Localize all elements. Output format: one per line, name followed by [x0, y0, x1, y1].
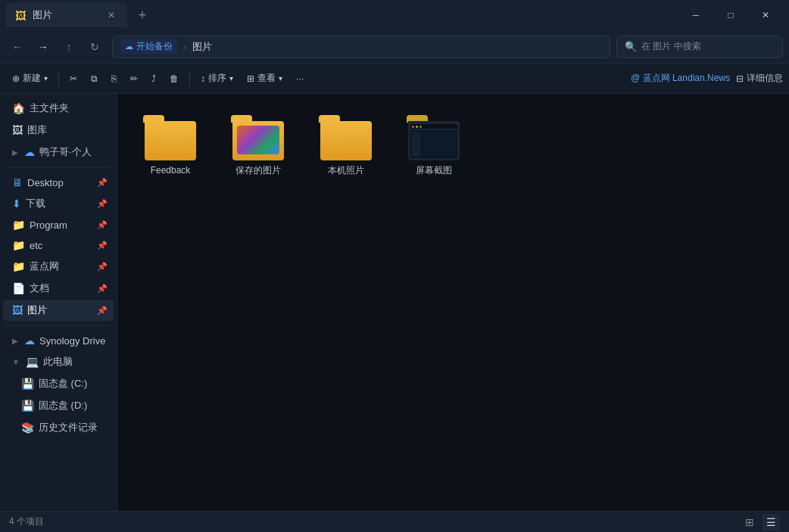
- detail-icon: ⊟: [736, 73, 744, 84]
- refresh-button[interactable]: ↻: [83, 36, 106, 58]
- view-label: 查看: [257, 72, 276, 85]
- history-icon: 📚: [21, 422, 34, 434]
- pictures-icon: 🖼: [12, 304, 23, 316]
- sidebar-item-desktop[interactable]: 🖥 Desktop 📌: [3, 173, 114, 192]
- back-button[interactable]: ←: [6, 36, 29, 58]
- sidebar-synology-label: Synology Drive: [39, 335, 108, 347]
- tab-title-label: 图片: [33, 8, 98, 22]
- up-button[interactable]: ↑: [58, 36, 80, 58]
- close-button[interactable]: ✕: [748, 3, 783, 27]
- folder-saved-photos-label: 保存的图片: [235, 165, 281, 177]
- sidebar-downloads-label: 下载: [26, 197, 92, 210]
- sidebar-home-label: 主文件夹: [30, 101, 108, 115]
- expand-icon: ▶: [12, 148, 18, 157]
- forward-button[interactable]: →: [32, 36, 55, 58]
- new-button[interactable]: ⊕ 新建 ▾: [6, 68, 54, 89]
- sidebar-gallery-label: 图库: [27, 123, 108, 137]
- search-icon: 🔍: [625, 41, 637, 52]
- paste-button[interactable]: ⎘: [105, 68, 123, 89]
- cut-icon: ✂: [70, 73, 77, 84]
- docs-icon: 📄: [12, 282, 25, 294]
- grid-view-button[interactable]: ⊞: [741, 514, 759, 530]
- copy-icon: ⧉: [91, 73, 98, 84]
- pin-icon-downloads: 📌: [97, 199, 108, 209]
- folder-saved-photos[interactable]: 保存的图片: [220, 109, 296, 183]
- sidebar-pictures-label: 图片: [27, 303, 92, 317]
- sidebar: 🏠 主文件夹 🖼 图库 ▶ ☁ 鸭子哥·个人 🖥 Desktop 📌 ⬇ 下载 …: [0, 94, 117, 511]
- sidebar-item-gallery[interactable]: 🖼 图库: [3, 120, 114, 141]
- desktop-icon: 🖥: [12, 176, 23, 188]
- folder-screenshots-label: 屏幕截图: [416, 165, 452, 177]
- toolbar-sep-1: [58, 71, 59, 86]
- photo-thumbnail: [237, 126, 279, 154]
- brand-link[interactable]: @ 蓝点网 Landian.News: [631, 72, 730, 85]
- detail-view-button[interactable]: ☰: [762, 514, 780, 530]
- sidebar-item-landian[interactable]: 📁 蓝点网 📌: [3, 256, 114, 277]
- folder-feedback[interactable]: Feedback: [133, 109, 208, 183]
- synology-expand-icon: ▶: [12, 337, 18, 345]
- sidebar-program-label: Program: [30, 219, 92, 231]
- sidebar-sep-1: [6, 167, 111, 168]
- share-button[interactable]: ⤴: [145, 68, 162, 89]
- rename-icon: ✏: [130, 73, 138, 84]
- address-bar[interactable]: ☁ 开始备份 › 图片: [112, 36, 610, 58]
- sidebar-item-history[interactable]: 📚 历史文件记录: [3, 417, 114, 438]
- search-bar[interactable]: 🔍 在 图片 中搜索: [616, 36, 783, 58]
- tab-area: 🖼 图片 ✕ +: [6, 3, 678, 27]
- screenshot-thumbnail: [408, 121, 460, 160]
- new-tab-button[interactable]: +: [130, 3, 154, 27]
- pin-icon-pictures: 📌: [97, 306, 108, 316]
- sidebar-item-synology[interactable]: ▶ ☁ Synology Drive: [3, 331, 114, 350]
- copy-button[interactable]: ⧉: [85, 68, 104, 89]
- folder-screenshots[interactable]: 屏幕截图: [396, 109, 472, 183]
- view-button[interactable]: ⊞ 查看 ▾: [241, 68, 288, 89]
- sidebar-item-cloud[interactable]: ▶ ☁ 鸭子哥·个人: [3, 142, 114, 163]
- folder-screenshots-icon: [407, 115, 461, 160]
- detail-info-button[interactable]: ⊟ 详细信息: [736, 72, 783, 85]
- share-icon: ⤴: [151, 73, 156, 84]
- pin-icon-landian: 📌: [97, 262, 108, 272]
- tab-close-button[interactable]: ✕: [104, 8, 118, 22]
- path-separator: ›: [183, 41, 186, 52]
- etc-folder-icon: 📁: [12, 239, 25, 251]
- more-button[interactable]: ···: [290, 68, 310, 89]
- sidebar-item-program[interactable]: 📁 Program 📌: [3, 215, 114, 235]
- program-folder-icon: 📁: [12, 219, 25, 231]
- delete-button[interactable]: 🗑: [164, 68, 185, 89]
- cut-button[interactable]: ✂: [64, 68, 83, 89]
- sidebar-etc-label: etc: [30, 240, 92, 251]
- sidebar-item-home[interactable]: 🏠 主文件夹: [3, 98, 114, 119]
- pin-icon-docs: 📌: [97, 284, 108, 294]
- detail-label: 详细信息: [747, 72, 783, 85]
- rename-button[interactable]: ✏: [124, 68, 144, 89]
- navbar: ← → ↑ ↻ ☁ 开始备份 › 图片 🔍 在 图片 中搜索: [0, 30, 789, 64]
- sidebar-history-label: 历史文件记录: [39, 421, 108, 434]
- folder-feedback-label: Feedback: [151, 165, 191, 177]
- landian-folder-icon: 📁: [12, 260, 25, 272]
- pin-icon-etc: 📌: [97, 241, 108, 250]
- item-count: 4 个项目: [9, 515, 44, 528]
- minimize-button[interactable]: ─: [678, 3, 713, 27]
- sidebar-item-docs[interactable]: 📄 文档 📌: [3, 278, 114, 299]
- sidebar-item-etc[interactable]: 📁 etc 📌: [3, 235, 114, 255]
- maximize-button[interactable]: □: [713, 3, 748, 27]
- cloud-label: 开始备份: [136, 40, 173, 53]
- sidebar-item-ssd-c[interactable]: 💾 固态盘 (C:): [3, 373, 114, 394]
- sidebar-item-downloads[interactable]: ⬇ 下载 📌: [3, 193, 114, 214]
- window-controls: ─ □ ✕: [678, 3, 783, 27]
- sidebar-item-thispc[interactable]: ▼ 💻 此电脑: [3, 351, 114, 372]
- ssd-c-icon: 💾: [21, 378, 34, 390]
- content-area: Feedback 保存的图片 本机照片: [117, 94, 789, 511]
- download-icon: ⬇: [12, 198, 21, 210]
- new-plus-icon: ⊕: [12, 73, 20, 84]
- sidebar-item-ssd-d[interactable]: 💾 固态盘 (D:): [3, 395, 114, 416]
- more-icon: ···: [296, 73, 304, 84]
- search-placeholder: 在 图片 中搜索: [641, 40, 701, 53]
- statusbar: 4 个项目 ⊞ ☰: [0, 511, 789, 532]
- folder-local-photos[interactable]: 本机照片: [308, 109, 384, 183]
- sidebar-item-pictures[interactable]: 🖼 图片 📌: [3, 300, 114, 321]
- main-area: 🏠 主文件夹 🖼 图库 ▶ ☁ 鸭子哥·个人 🖥 Desktop 📌 ⬇ 下载 …: [0, 94, 789, 511]
- active-tab[interactable]: 🖼 图片 ✕: [6, 3, 127, 27]
- sidebar-ssd-d-label: 固态盘 (D:): [39, 399, 108, 412]
- sort-button[interactable]: ↕ 排序 ▾: [195, 68, 239, 89]
